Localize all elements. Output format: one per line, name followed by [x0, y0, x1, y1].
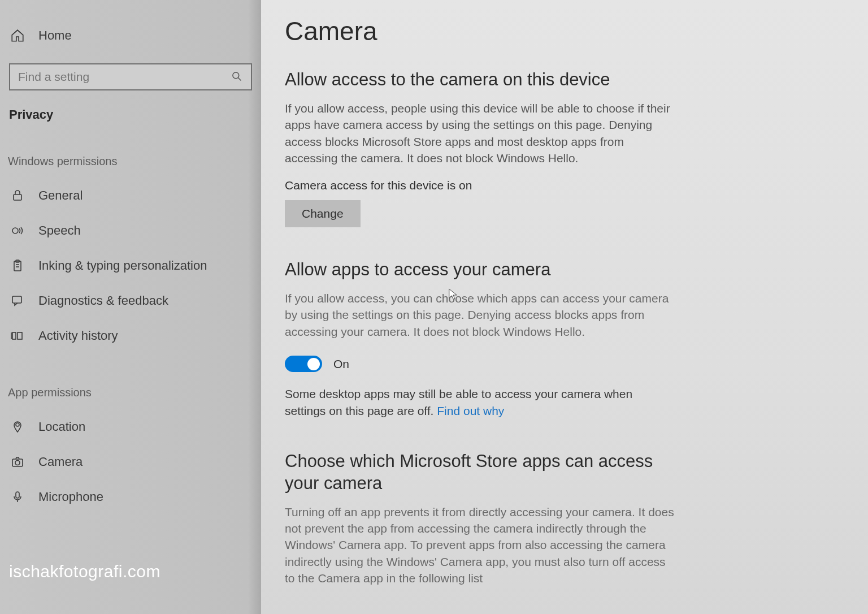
change-button[interactable]: Change [285, 200, 361, 227]
nav-item-inking[interactable]: Inking & typing personalization [0, 248, 261, 283]
sidebar-category: Privacy [0, 90, 261, 122]
nav-item-speech[interactable]: Speech [0, 213, 261, 248]
apps-access-toggle-row: On [285, 356, 845, 372]
camera-icon [10, 455, 25, 469]
svg-point-0 [233, 72, 239, 79]
section1-heading: Allow access to the camera on this devic… [285, 69, 845, 91]
search-icon [231, 71, 243, 83]
nav-item-label: Diagnostics & feedback [38, 293, 168, 308]
desktop-apps-note: Some desktop apps may still be able to a… [285, 386, 675, 419]
watermark: ischakfotografi.com [9, 562, 160, 581]
camera-access-status: Camera access for this device is on [285, 179, 845, 192]
nav-item-label: Camera [38, 455, 83, 469]
home-icon [10, 28, 25, 43]
svg-line-1 [238, 78, 241, 81]
nav-item-label: Microphone [38, 490, 103, 504]
nav-item-location[interactable]: Location [0, 409, 261, 444]
nav-item-microphone[interactable]: Microphone [0, 479, 261, 514]
nav-item-diagnostics[interactable]: Diagnostics & feedback [0, 283, 261, 318]
nav-item-activity-history[interactable]: Activity history [0, 318, 261, 353]
location-icon [10, 420, 25, 434]
clipboard-icon [10, 258, 25, 273]
svg-point-12 [16, 423, 19, 426]
history-icon [10, 328, 25, 343]
nav-item-label: Location [38, 420, 85, 434]
nav-item-label: Activity history [38, 328, 118, 343]
nav-home-label: Home [38, 28, 72, 43]
svg-rect-9 [12, 332, 16, 339]
microphone-icon [10, 490, 25, 504]
find-out-why-link[interactable]: Find out why [437, 404, 504, 417]
feedback-icon [10, 293, 25, 308]
nav-item-label: General [38, 188, 83, 203]
speech-icon [10, 223, 25, 238]
lock-icon [10, 188, 25, 203]
nav-item-label: Speech [38, 223, 81, 238]
nav-home[interactable]: Home [0, 23, 261, 49]
svg-rect-8 [12, 296, 21, 303]
svg-point-3 [12, 228, 18, 234]
settings-sidebar: Home Privacy Windows permissions General… [0, 0, 261, 614]
page-title: Camera [285, 16, 845, 46]
nav-item-label: Inking & typing personalization [38, 258, 207, 273]
search-input[interactable] [18, 70, 231, 84]
group-label-app-permissions: App permissions [0, 386, 261, 399]
section3-body: Turning off an app prevents it from dire… [285, 504, 675, 587]
svg-point-14 [15, 461, 20, 465]
svg-rect-2 [14, 194, 21, 200]
section2-body: If you allow access, you can choose whic… [285, 290, 675, 340]
apps-access-toggle[interactable] [285, 356, 322, 372]
toggle-knob [307, 358, 320, 370]
nav-item-camera[interactable]: Camera [0, 444, 261, 479]
section3-heading: Choose which Microsoft Store apps can ac… [285, 451, 675, 495]
svg-rect-10 [18, 332, 22, 339]
toggle-state-label: On [333, 357, 349, 371]
nav-item-general[interactable]: General [0, 178, 261, 213]
section2-heading: Allow apps to access your camera [285, 259, 845, 281]
main-content: Camera Allow access to the camera on thi… [261, 0, 868, 614]
section1-body: If you allow access, people using this d… [285, 100, 675, 167]
svg-rect-15 [16, 492, 19, 498]
search-box[interactable] [9, 63, 252, 90]
group-label-windows-permissions: Windows permissions [0, 155, 261, 168]
